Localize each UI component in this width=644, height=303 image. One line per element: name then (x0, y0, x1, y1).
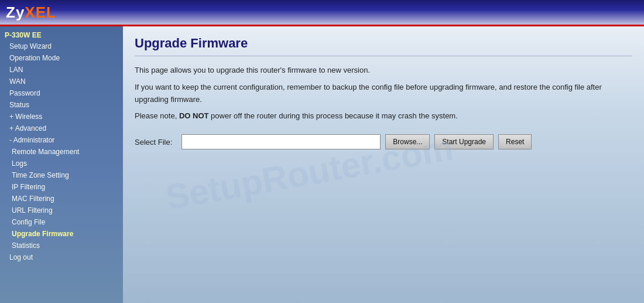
desc3-before: Please note, (135, 111, 179, 120)
sidebar-item-administrator[interactable]: Administrator (0, 134, 123, 146)
sidebar-item-config-file[interactable]: Config File (0, 216, 123, 228)
sidebar-item-advanced[interactable]: Advanced (0, 122, 123, 134)
sidebar-item-mac-filtering[interactable]: MAC Filtering (0, 193, 123, 205)
description-2: If you want to keep the current configur… (135, 81, 632, 106)
sidebar-item-status[interactable]: Status (0, 99, 123, 111)
sidebar-item-operation-mode[interactable]: Operation Mode (0, 52, 123, 64)
desc3-after: power off the router during this process… (208, 111, 457, 120)
sidebar-item-lan[interactable]: LAN (0, 64, 123, 76)
sidebar-item-url-filtering[interactable]: URL Filtering (0, 205, 123, 216)
file-path-input[interactable] (181, 134, 381, 149)
reset-button[interactable]: Reset (498, 134, 532, 149)
form-area: Select File: Browse... Start Upgrade Res… (135, 134, 632, 149)
sidebar-item-wireless[interactable]: Wireless (0, 111, 123, 122)
sidebar-item-password[interactable]: Password (0, 87, 123, 99)
logo-text: ZyXEL (6, 4, 56, 21)
page-title: Upgrade Firmware (135, 36, 632, 56)
sidebar-item-time-zone-setting[interactable]: Time Zone Setting (0, 169, 123, 181)
main-content: Upgrade Firmware This page allows you to… (123, 26, 644, 303)
sidebar-item-setup-wizard[interactable]: Setup Wizard (0, 40, 123, 52)
sidebar-item-statistics[interactable]: Statistics (0, 240, 123, 251)
header: ZyXEL (0, 0, 644, 26)
logo-zy: Zy (6, 4, 25, 21)
sidebar-item-wan[interactable]: WAN (0, 76, 123, 87)
browse-button[interactable]: Browse... (385, 134, 430, 149)
sidebar-item-remote-management[interactable]: Remote Management (0, 146, 123, 158)
desc3-bold: DO NOT (179, 111, 209, 120)
description-3: Please note, DO NOT power off the router… (135, 110, 632, 122)
description-1: This page allows you to upgrade this rou… (135, 64, 632, 77)
sidebar-item-ip-filtering[interactable]: IP Filtering (0, 181, 123, 193)
sidebar-item-logs[interactable]: Logs (0, 158, 123, 169)
sidebar-device: P-330W EE (0, 29, 123, 40)
start-upgrade-button[interactable]: Start Upgrade (434, 134, 494, 149)
logo: ZyXEL (6, 4, 56, 22)
logo-xel: XEL (25, 4, 56, 21)
sidebar-item-upgrade-firmware[interactable]: Upgrade Firmware (0, 228, 123, 240)
sidebar: P-330W EE Setup Wizard Operation Mode LA… (0, 26, 123, 303)
sidebar-item-log-out[interactable]: Log out (0, 251, 123, 263)
layout: P-330W EE Setup Wizard Operation Mode LA… (0, 26, 644, 303)
select-file-label: Select File: (135, 138, 172, 147)
